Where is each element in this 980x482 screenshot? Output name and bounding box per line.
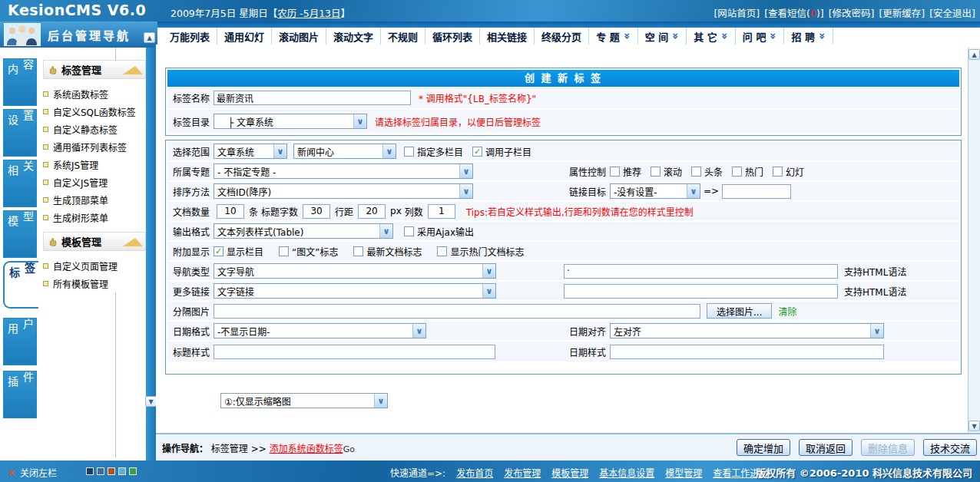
choose-image-button[interactable]: 选择图片... — [707, 303, 772, 319]
tab-loop-list[interactable]: 循环列表 — [425, 28, 480, 45]
sidebar-tab-users[interactable]: 用户 — [3, 318, 37, 365]
sidebar-tab-plugins[interactable]: 插件 — [3, 371, 37, 418]
tab-final-paging[interactable]: 终级分页 — [535, 28, 589, 45]
line-height-input[interactable] — [358, 204, 386, 219]
menu-section-template-management[interactable]: 模板管理 — [43, 232, 146, 251]
topic-select[interactable]: - 不指定专题 -∨ — [214, 163, 473, 179]
tag-dir-select[interactable]: ├ 文章系统∨ — [214, 114, 367, 129]
attr-hot-checkbox[interactable] — [732, 167, 742, 177]
select-arrow-icon: ∨ — [353, 114, 366, 128]
tag-name-input[interactable] — [214, 91, 411, 105]
column-count-input[interactable] — [428, 204, 455, 219]
scope-channel-select[interactable]: 新闻中心∨ — [293, 144, 396, 159]
sidebar-tab-content[interactable]: 内容 — [3, 58, 37, 106]
link-safe-exit[interactable]: [安全退出] — [929, 5, 975, 20]
morelink-select[interactable]: 文字链接∨ — [214, 283, 496, 299]
attr-scroll-checkbox[interactable] — [651, 167, 661, 177]
tech-support-button[interactable]: 技术交流 — [923, 439, 977, 456]
ajax-output-checkbox[interactable] — [404, 226, 414, 236]
quick-link-publish-manage[interactable]: 发布管理 — [504, 466, 541, 479]
tab-scroll-images[interactable]: 滚动图片 — [272, 28, 326, 45]
newest-flag-checkbox[interactable] — [353, 246, 363, 256]
select-arrow-icon: ∨ — [687, 184, 700, 198]
titlestyle-input[interactable] — [214, 345, 495, 359]
menu-item-custom-static-tags[interactable]: 自定义静态标签 — [43, 121, 146, 138]
sidebar-collapse-up-button[interactable]: ▲ — [144, 32, 155, 43]
menu-item-system-js[interactable]: 系统JS管理 — [43, 156, 146, 173]
menu-item-all-templates[interactable]: 所有模板管理 — [43, 275, 146, 292]
hot-flag-checkbox[interactable] — [437, 246, 447, 256]
confirm-add-button[interactable]: 确定增加 — [737, 439, 790, 456]
attr-slide-checkbox[interactable] — [773, 167, 783, 177]
sidebar-tab-settings[interactable]: 设置 — [3, 109, 37, 157]
datefmt-select[interactable]: -不显示日期-∨ — [214, 323, 426, 338]
scroll-up-button[interactable]: ▲ — [968, 49, 980, 60]
menu-section-tag-management[interactable]: 标签管理 — [43, 60, 146, 79]
attr-headline-checkbox[interactable] — [691, 167, 701, 177]
menu-item-custom-sql-tags[interactable]: 自定义SQL函数标签 — [43, 103, 146, 121]
tab-other[interactable]: 其 它» — [687, 28, 736, 45]
tab-topics[interactable]: 专 题» — [589, 28, 638, 45]
sepimg-input[interactable] — [214, 304, 700, 319]
title-length-input[interactable] — [303, 204, 330, 219]
sort-select[interactable]: 文档ID(降序)∨ — [214, 183, 473, 199]
sidebar-collapse-down-button[interactable]: ▼ — [145, 396, 157, 407]
close-left-panel[interactable]: × 关闭左栏 — [8, 466, 57, 479]
tab-scroll-text[interactable]: 滚动文字 — [326, 28, 381, 45]
add-system-tag-link[interactable]: 添加系统函数标签 — [270, 444, 343, 454]
show-column-checkbox[interactable]: ✓ — [214, 246, 223, 256]
avatar — [4, 23, 41, 46]
attr-recommend-checkbox[interactable] — [610, 167, 620, 177]
menu-item-custom-page[interactable]: 自定义页面管理 — [43, 257, 146, 275]
sidebar-tab-tags[interactable]: 标签 — [3, 261, 38, 309]
quick-link-basic-info[interactable]: 基本信息设置 — [599, 466, 654, 479]
breadcrumb-tag-management[interactable]: 标签管理 — [211, 444, 248, 454]
menu-item-top-menu[interactable]: 生成顶部菜单 — [43, 191, 146, 209]
quick-link-template-manage[interactable]: 模板管理 — [551, 466, 588, 479]
datestyle-input[interactable] — [610, 345, 884, 359]
tab-universal-list[interactable]: 万能列表 — [163, 28, 217, 45]
sidebar-tab-model[interactable]: 模型 — [3, 210, 37, 258]
link-refresh-cache[interactable]: [更新缓存] — [879, 5, 925, 20]
link-view-sms[interactable]: [查看短信(0)] — [764, 5, 823, 20]
menu-item-custom-js[interactable]: 自定义JS管理 — [43, 173, 146, 191]
sub-column-checkbox[interactable]: ✓ — [472, 147, 482, 157]
scroll-down-button[interactable]: ▼ — [968, 421, 980, 431]
menu-item-system-function-tags[interactable]: 系统函数标签 — [43, 85, 146, 103]
imagetext-flag-checkbox[interactable] — [279, 246, 289, 256]
sidebar-tab-related[interactable]: 相关 — [3, 160, 37, 207]
format-select[interactable]: 文本列表样式(Table)∨ — [214, 223, 393, 239]
cancel-return-button[interactable]: 取消返回 — [799, 439, 853, 456]
menu-item-tree-menu[interactable]: 生成树形菜单 — [43, 209, 146, 226]
vertical-scrollbar[interactable]: ▲ ▼ — [968, 48, 980, 433]
multi-column-checkbox[interactable] — [404, 147, 414, 157]
main-content: 创 建 新 标 签 标签名称 * 调用格式"{LB_标签名称}" 标签目录 ├ … — [156, 45, 968, 433]
datealign-select[interactable]: 左对齐∨ — [610, 323, 884, 338]
quick-link-publish-home[interactable]: 发布首页 — [456, 466, 493, 479]
target-select[interactable]: -没有设置-∨ — [610, 183, 700, 199]
navtype-symbol-input[interactable] — [564, 264, 838, 279]
menu-item-loop-list-tags[interactable]: 通用循环列表标签 — [43, 138, 146, 156]
scope-system-select[interactable]: 文章系统∨ — [214, 144, 287, 159]
doc-count-input[interactable] — [217, 204, 244, 219]
tab-related-links[interactable]: 相关链接 — [480, 28, 535, 45]
tab-ask[interactable]: 问 吧» — [736, 28, 785, 45]
theme-swatch[interactable] — [97, 467, 104, 475]
tab-recruit[interactable]: 招 聘» — [784, 28, 833, 45]
theme-swatch[interactable] — [86, 467, 94, 475]
link-site-home[interactable]: [网站首页] — [713, 5, 760, 20]
theme-swatch[interactable] — [108, 467, 115, 475]
quick-link-model-manage[interactable]: 模型管理 — [665, 466, 702, 479]
clear-link[interactable]: 清除 — [778, 305, 796, 318]
theme-swatch[interactable] — [129, 467, 137, 475]
tab-irregular[interactable]: 不规则 — [381, 28, 425, 45]
morelink-input[interactable] — [564, 284, 838, 299]
theme-swatch[interactable] — [118, 467, 126, 475]
thumbnail-mode-select[interactable]: ①:仅显示缩略图∨ — [220, 393, 388, 408]
link-change-password[interactable]: [修改密码] — [829, 5, 875, 20]
navtype-select[interactable]: 文字导航∨ — [214, 263, 496, 279]
tab-space[interactable]: 空 间» — [638, 28, 687, 45]
target-input[interactable] — [722, 184, 791, 199]
lunar-date-link[interactable]: 农历 -5月13日 — [277, 8, 340, 19]
tab-slideshow[interactable]: 通用幻灯 — [217, 28, 272, 45]
